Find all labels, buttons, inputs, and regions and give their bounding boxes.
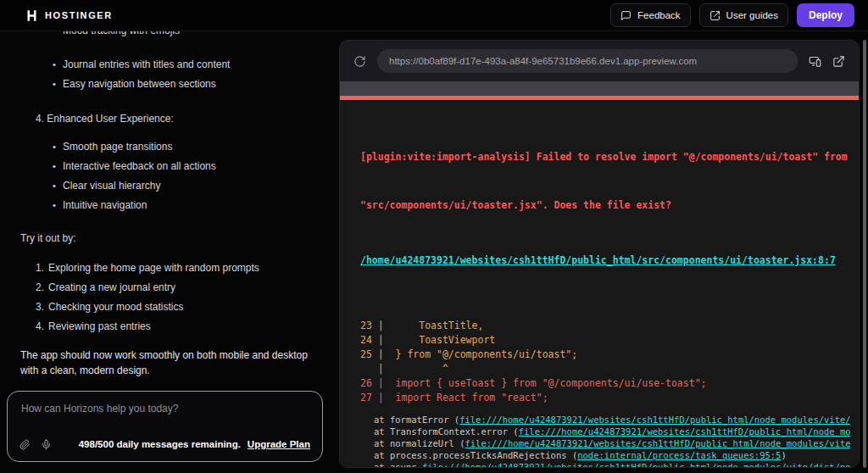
closing-line: with a clean, modern design.	[20, 363, 310, 378]
numbered-item: 4.Reviewing past entries	[36, 317, 336, 337]
mic-button[interactable]	[41, 439, 52, 450]
stack-text: at TransformContext.error (	[374, 426, 519, 437]
frame-line: 26 | import { useToast } from "@/compone…	[360, 376, 850, 391]
step-number: 2.	[36, 281, 44, 293]
section-heading: 4. Enhanced User Experience:	[36, 109, 336, 129]
preview-url: https://0b0af89f-d17e-493a-a84f-9e65731b…	[389, 56, 697, 66]
error-plugin-tag: [plugin:vite:import-analysis]	[360, 151, 531, 163]
stack-trace: at formatError (file:///home/u424873921/…	[374, 414, 850, 468]
stack-line: at process.processTicksAndRejections (no…	[374, 449, 850, 461]
stack-text-post: )	[781, 450, 786, 460]
section-bullet-list: Smooth page transitionsInteractive feedb…	[0, 137, 336, 215]
closing-line: The app should now work smoothly on both…	[20, 348, 310, 363]
microphone-icon	[41, 439, 52, 450]
stack-file-link[interactable]: file:///home/u424873921/websites/csh1ttH…	[465, 438, 850, 448]
step-number: 4.	[36, 320, 44, 332]
speech-bubble-icon	[620, 10, 632, 21]
paperclip-icon	[19, 439, 31, 450]
frame-line: 24 | ToastViewport	[360, 333, 850, 348]
url-bar[interactable]: https://0b0af89f-d17e-493a-a84f-9e65731b…	[377, 49, 798, 73]
preview-toolbar: https://0b0af89f-d17e-493a-a84f-9e65731b…	[340, 41, 859, 81]
numbered-item: 3.Checking your mood statistics	[36, 298, 336, 317]
hostinger-logo-icon	[25, 9, 38, 22]
stack-line: at formatError (file:///home/u424873921/…	[374, 414, 850, 426]
preview-panel: https://0b0af89f-d17e-493a-a84f-9e65731b…	[339, 40, 860, 468]
stack-line: at async file:///home/u424873921/website…	[374, 461, 850, 468]
feedback-label: Feedback	[637, 10, 681, 20]
stack-text: at normalizeUrl (	[374, 438, 465, 448]
device-toggle-button[interactable]	[809, 55, 821, 68]
step-text: Creating a new journal entry	[48, 281, 175, 293]
clipped-bullet-item: Mood tracking with emojis	[53, 31, 336, 38]
chat-input-box[interactable]: How can Horizons help you today? 498/500…	[7, 391, 323, 462]
step-text: Exploring the home page with random prom…	[48, 262, 259, 274]
attach-button[interactable]	[19, 439, 31, 450]
closing-paragraph: The app should now work smoothly on both…	[20, 348, 310, 378]
feedback-button[interactable]: Feedback	[610, 3, 691, 27]
chat-input-footer: 498/500 daily messages remaining. Upgrad…	[19, 435, 310, 454]
open-external-button[interactable]	[832, 55, 845, 68]
frame-line: 25 | } from "@/components/ui/toast";	[360, 348, 850, 362]
user-guides-label: User guides	[726, 10, 778, 20]
code-frame: 23 | ToastTitle,24 | ToastViewport25 | }…	[360, 275, 850, 405]
bullet-item: Smooth page transitions	[53, 137, 336, 157]
app-window: HOSTINGER Feedback User guides Deploy Mo…	[0, 0, 868, 473]
step-number: 3.	[36, 301, 44, 313]
user-guides-button[interactable]: User guides	[699, 3, 788, 27]
hostinger-logo[interactable]: HOSTINGER	[25, 9, 113, 22]
error-message-line1: Failed to resolve import "@/components/u…	[531, 151, 848, 163]
step-number: 1.	[36, 262, 44, 274]
stack-text: at formatError (	[374, 415, 459, 425]
vite-error-overlay[interactable]: [plugin:vite:import-analysis] Failed to …	[340, 100, 859, 468]
topbar: HOSTINGER Feedback User guides Deploy	[0, 0, 868, 31]
refresh-icon	[353, 55, 366, 68]
stack-line: at TransformContext.error (file:///home/…	[374, 426, 850, 437]
frame-line: 27 | import React from "react";	[360, 391, 850, 405]
external-link-icon	[709, 10, 721, 21]
stack-text: at process.processTicksAndRejections (	[374, 450, 577, 460]
stack-file-link[interactable]: file:///home/u424873921/websites/csh1ttH…	[459, 415, 850, 425]
deploy-button[interactable]: Deploy	[797, 3, 854, 27]
stack-text: at async	[374, 462, 422, 468]
chat-history[interactable]: Mood tracking with emojis Journal entrie…	[0, 31, 336, 384]
bullet-item: Easy navigation between sections	[53, 75, 336, 94]
numbered-item: 2.Creating a new journal entry	[36, 278, 336, 298]
brand-name: HOSTINGER	[45, 10, 113, 20]
stack-file-link[interactable]: file:///home/u424873921/websites/csh1ttH…	[422, 462, 850, 468]
page-background-band	[340, 81, 859, 96]
step-text: Reviewing past entries	[48, 320, 151, 332]
stack-file-link[interactable]: node:internal/process/task_queues:95:5	[577, 450, 781, 460]
bullet-item: Interactive feedback on all actions	[53, 157, 336, 176]
bullet-item: Journal entries with titles and content	[53, 55, 336, 75]
page-scrollbar[interactable]	[863, 40, 866, 468]
try-heading: Try it out by:	[20, 229, 336, 248]
step-text: Checking your mood statistics	[48, 301, 183, 313]
try-step-list: 1.Exploring the home page with random pr…	[0, 259, 336, 337]
frame-line: | ^	[360, 362, 850, 376]
preview-viewport: [plugin:vite:import-analysis] Failed to …	[340, 81, 859, 468]
bullet-item: Clear visual hierarchy	[53, 176, 336, 196]
error-message-line2: "src/components/ui/toaster.jsx". Does th…	[360, 198, 850, 214]
stack-line: at normalizeUrl (file:///home/u424873921…	[374, 437, 850, 449]
numbered-item: 1.Exploring the home page with random pr…	[36, 259, 336, 278]
messages-remaining: 498/500 daily messages remaining.	[79, 439, 241, 449]
upgrade-plan-link[interactable]: Upgrade Plan	[248, 439, 310, 449]
chat-input-placeholder: How can Horizons help you today?	[21, 403, 178, 415]
error-file-link[interactable]: /home/u424873921/websites/csh1ttHfD/publ…	[360, 254, 836, 266]
bullet-item: Intuitive navigation	[53, 196, 336, 215]
topbar-actions: Feedback User guides Deploy	[610, 3, 854, 27]
error-message: [plugin:vite:import-analysis] Failed to …	[360, 117, 850, 246]
stack-file-link[interactable]: file:///home/u424873921/websites/csh1ttH…	[519, 426, 850, 437]
open-in-new-icon	[832, 55, 845, 68]
chat-panel: Mood tracking with emojis Journal entrie…	[0, 31, 336, 473]
refresh-button[interactable]	[353, 55, 366, 68]
monitor-smartphone-icon	[809, 55, 821, 68]
feature-bullet-list: Journal entries with titles and contentE…	[0, 55, 336, 94]
frame-line: 23 | ToastTitle,	[360, 319, 850, 333]
